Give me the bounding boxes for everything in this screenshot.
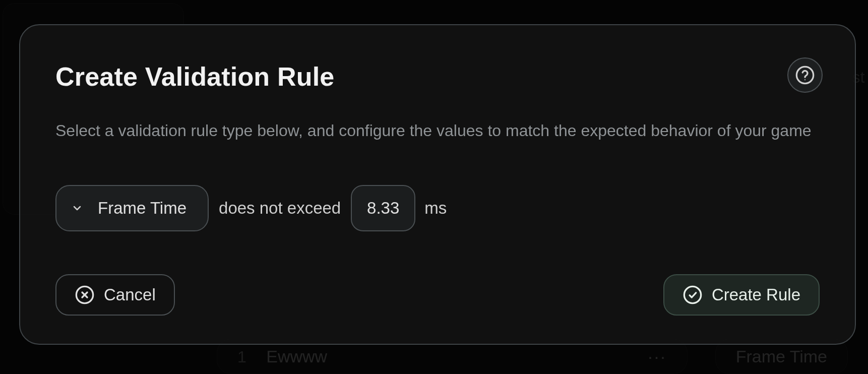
svg-point-1 [804, 79, 805, 80]
chevron-down-icon [71, 202, 84, 215]
modal-header: Create Validation Rule [55, 60, 820, 93]
rule-type-select[interactable]: Frame Time [55, 185, 209, 231]
rule-value-input[interactable] [351, 185, 415, 231]
cancel-button-label: Cancel [104, 285, 156, 304]
svg-point-0 [796, 67, 813, 83]
modal-title: Create Validation Rule [55, 61, 334, 92]
modal-footer: Cancel Create Rule [55, 274, 820, 316]
create-validation-rule-modal: Create Validation Rule Select a validati… [19, 24, 856, 345]
rule-config-row: Frame Time does not exceed ms [55, 185, 820, 231]
close-circle-icon [75, 285, 95, 305]
modal-subtitle: Select a validation rule type below, and… [55, 120, 820, 142]
rule-condition-text: does not exceed [218, 199, 342, 218]
rule-type-label: Frame Time [98, 199, 187, 218]
create-rule-button[interactable]: Create Rule [663, 274, 820, 316]
help-button[interactable] [787, 57, 823, 93]
cancel-button[interactable]: Cancel [55, 274, 175, 316]
rule-unit-label: ms [424, 199, 447, 218]
check-circle-icon [683, 285, 703, 305]
help-circle-icon [795, 65, 815, 85]
svg-point-5 [684, 286, 701, 303]
create-rule-button-label: Create Rule [712, 285, 800, 304]
